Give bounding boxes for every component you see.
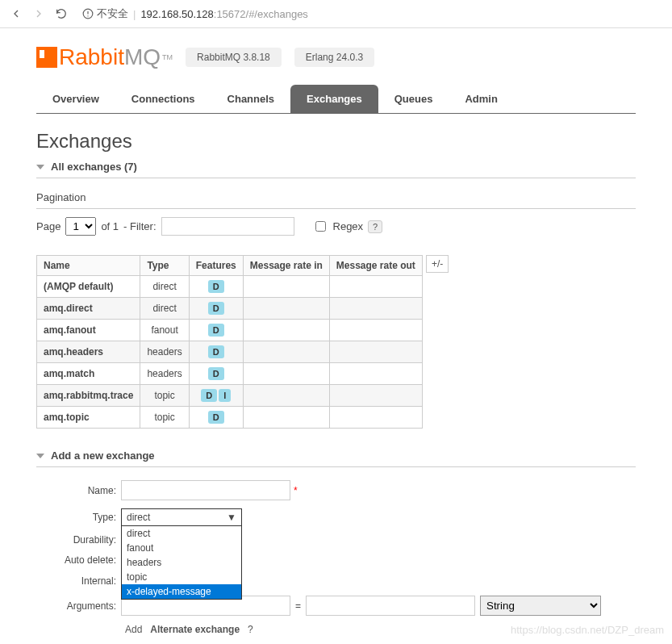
tab-connections[interactable]: Connections — [115, 85, 211, 113]
tab-channels[interactable]: Channels — [211, 85, 291, 113]
durability-label: Durability: — [36, 534, 121, 546]
th-rate-in[interactable]: Message rate in — [243, 256, 329, 276]
table-row: amq.rabbitmq.tracetopicDI — [37, 385, 423, 407]
name-label: Name: — [36, 485, 121, 496]
rate-in-cell — [243, 276, 329, 298]
feature-badge: I — [219, 389, 231, 402]
exchanges-table: Name Type Features Message rate in Messa… — [36, 255, 423, 429]
rate-out-cell — [329, 276, 422, 298]
arg-type-select[interactable]: String — [480, 596, 601, 616]
type-option[interactable]: fanout — [122, 541, 241, 555]
regex-checkbox[interactable] — [315, 221, 326, 232]
insecure-badge: 不安全 — [82, 6, 128, 21]
type-select[interactable]: direct ▼ — [121, 508, 242, 526]
arg-value-input[interactable] — [306, 596, 475, 616]
th-type[interactable]: Type — [140, 256, 189, 276]
forward-icon[interactable] — [31, 6, 47, 22]
exchange-type-cell: headers — [140, 341, 189, 363]
arg-equals: = — [295, 600, 301, 612]
pagination-label: Pagination — [36, 191, 636, 209]
th-rate-out[interactable]: Message rate out — [329, 256, 422, 276]
th-name[interactable]: Name — [37, 256, 140, 276]
tab-overview[interactable]: Overview — [36, 85, 115, 113]
all-exchanges-header[interactable]: All exchanges (7) — [36, 156, 636, 178]
type-option[interactable]: headers — [122, 555, 241, 570]
table-row: amq.directdirectD — [37, 298, 423, 320]
rate-out-cell — [329, 363, 422, 385]
exchange-type-cell: headers — [140, 363, 189, 385]
column-toggle[interactable]: +/- — [426, 255, 449, 273]
add-exchange-header[interactable]: Add a new exchange — [36, 445, 636, 467]
regex-help[interactable]: ? — [368, 220, 382, 233]
rate-out-cell — [329, 385, 422, 407]
type-option[interactable]: topic — [122, 570, 241, 584]
exchange-name-cell[interactable]: amq.match — [37, 363, 140, 385]
svg-point-2 — [87, 15, 88, 16]
type-dropdown-list: directfanoutheaderstopicx-delayed-messag… — [121, 526, 242, 600]
page-title: Exchanges — [36, 130, 636, 153]
exchange-type-cell: direct — [140, 298, 189, 320]
alternate-exchange-label[interactable]: Alternate exchange — [150, 624, 240, 635]
exchange-features-cell: D — [189, 363, 243, 385]
regex-label: Regex — [333, 220, 364, 232]
table-row: amq.topictopicD — [37, 407, 423, 429]
rate-in-cell — [243, 341, 329, 363]
of-label: of 1 — [101, 220, 119, 232]
exchange-name-cell[interactable]: amq.fanout — [37, 320, 140, 341]
exchange-name-cell[interactable]: amq.direct — [37, 298, 140, 320]
exchange-type-cell: direct — [140, 276, 189, 298]
exchange-type-cell: fanout — [140, 320, 189, 341]
page-label: Page — [36, 220, 61, 232]
collapse-icon — [36, 454, 44, 458]
add-argument-button[interactable]: Add — [125, 624, 142, 635]
rate-in-cell — [243, 363, 329, 385]
browser-toolbar: 不安全 | 192.168.50.128:15672/#/exchanges — [0, 0, 672, 28]
collapse-icon — [36, 165, 44, 169]
url-ip: 192.168.50.128 — [140, 8, 213, 20]
rate-in-cell — [243, 407, 329, 429]
feature-badge: D — [201, 389, 217, 402]
exchange-name-cell[interactable]: (AMQP default) — [37, 276, 140, 298]
exchange-type-cell: topic — [140, 407, 189, 429]
type-option[interactable]: direct — [122, 526, 241, 541]
filter-input[interactable] — [161, 217, 294, 236]
th-features[interactable]: Features — [189, 256, 243, 276]
type-option[interactable]: x-delayed-message — [122, 584, 241, 599]
feature-badge: D — [208, 345, 224, 358]
feature-badge: D — [208, 302, 224, 315]
nav-tabs: Overview Connections Channels Exchanges … — [36, 85, 636, 114]
exchange-features-cell: D — [189, 320, 243, 341]
rate-out-cell — [329, 320, 422, 341]
alt-exchange-help[interactable]: ? — [248, 624, 253, 635]
name-input[interactable] — [121, 480, 290, 500]
feature-badge: D — [208, 367, 224, 380]
exchange-name-cell[interactable]: amq.rabbitmq.trace — [37, 385, 140, 407]
exchange-name-cell[interactable]: amq.topic — [37, 407, 140, 429]
url-bar[interactable]: 不安全 | 192.168.50.128:15672/#/exchanges — [76, 5, 664, 23]
feature-badge: D — [208, 280, 224, 293]
autodelete-label: Auto delete: — [36, 554, 121, 566]
rate-out-cell — [329, 407, 422, 429]
table-row: (AMQP default)directD — [37, 276, 423, 298]
arguments-label: Arguments: — [36, 600, 121, 612]
filter-label: - Filter: — [123, 220, 156, 232]
required-indicator: * — [294, 485, 298, 496]
rate-out-cell — [329, 341, 422, 363]
back-icon[interactable] — [8, 6, 24, 22]
page-select[interactable]: 1 — [65, 217, 96, 236]
rate-in-cell — [243, 385, 329, 407]
tab-admin[interactable]: Admin — [449, 85, 513, 113]
logo-icon — [36, 47, 57, 68]
tab-queues[interactable]: Queues — [378, 85, 449, 113]
tab-exchanges[interactable]: Exchanges — [290, 85, 378, 113]
exchange-name-cell[interactable]: amq.headers — [37, 341, 140, 363]
exchange-features-cell: D — [189, 341, 243, 363]
table-row: amq.fanoutfanoutD — [37, 320, 423, 341]
reload-icon[interactable] — [53, 6, 69, 22]
feature-badge: D — [208, 324, 224, 337]
chevron-down-icon: ▼ — [227, 512, 236, 523]
rate-in-cell — [243, 298, 329, 320]
table-row: amq.matchheadersD — [37, 363, 423, 385]
internal-label: Internal: — [36, 575, 121, 587]
exchange-features-cell: D — [189, 298, 243, 320]
